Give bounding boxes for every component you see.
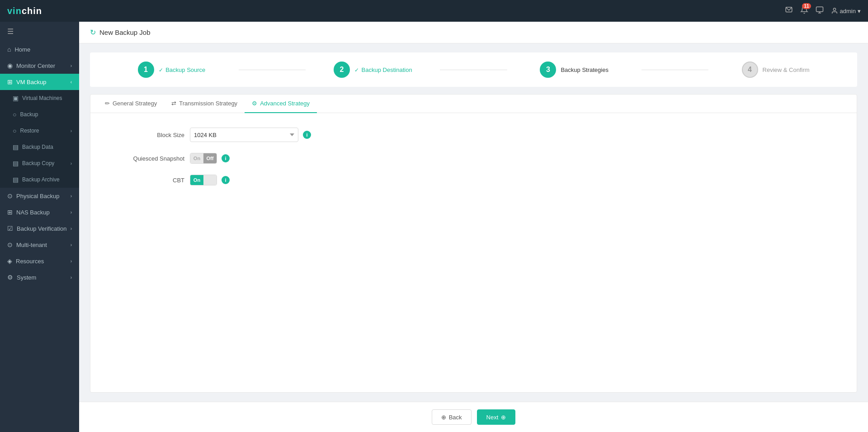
vm-backup-submenu: ▣ Virtual Machines ○ Backup ○ Restore › … bbox=[0, 90, 79, 188]
resources-label: Resources bbox=[16, 258, 44, 265]
logo: vinchin bbox=[7, 6, 42, 16]
step-3-label: Backup Strategies bbox=[561, 66, 609, 73]
sidebar-item-virtual-machines[interactable]: ▣ Virtual Machines bbox=[0, 90, 79, 106]
quiesced-snapshot-label: Quiesced Snapshot bbox=[112, 155, 184, 162]
backup-archive-label: Backup Archive bbox=[22, 176, 60, 183]
sidebar-item-backup-data[interactable]: ▤ Backup Data bbox=[0, 139, 79, 155]
nas-backup-arrow: › bbox=[71, 210, 72, 215]
physical-backup-icon: ⊙ bbox=[7, 192, 13, 199]
tab-transmission-strategy[interactable]: ⇄ Transmission Strategy bbox=[164, 95, 245, 113]
restore-icon: ○ bbox=[13, 127, 16, 134]
step-1: 1 ✓ Backup Source bbox=[104, 62, 239, 78]
restore-arrow: › bbox=[71, 128, 72, 133]
main-content: ↻ New Backup Job 1 ✓ Backup Source bbox=[79, 22, 868, 432]
stepper: 1 ✓ Backup Source 2 ✓ Backup Destination bbox=[90, 52, 857, 87]
step-1-number: 1 bbox=[144, 66, 148, 74]
block-size-row: Block Size 512 KB 1024 KB 2048 KB 4096 K… bbox=[112, 128, 835, 142]
block-size-info-icon[interactable]: i bbox=[303, 131, 311, 139]
backup-archive-icon: ▤ bbox=[13, 176, 19, 183]
divider-2 bbox=[440, 70, 507, 70]
backup-data-label: Backup Data bbox=[22, 144, 53, 150]
quiesced-snapshot-row: Quiesced Snapshot On Off i bbox=[112, 153, 835, 164]
page-title: New Backup Job bbox=[99, 28, 151, 36]
sidebar-item-backup-archive[interactable]: ▤ Backup Archive bbox=[0, 171, 79, 188]
sidebar-monitor-label: Monitor Center bbox=[16, 62, 55, 69]
resources-arrow: › bbox=[71, 259, 72, 264]
sidebar-item-backup-verification[interactable]: ☑ Backup Verification › bbox=[0, 220, 79, 237]
sidebar-item-vm-backup[interactable]: ⊞ VM Backup ‹ bbox=[0, 74, 79, 90]
sidebar-item-backup[interactable]: ○ Backup bbox=[0, 106, 79, 123]
physical-backup-label: Physical Backup bbox=[16, 193, 59, 199]
block-size-label: Block Size bbox=[112, 132, 184, 138]
hamburger-icon[interactable]: ☰ bbox=[0, 22, 79, 41]
svg-rect-1 bbox=[816, 7, 823, 12]
sidebar-item-home[interactable]: ⌂ Home bbox=[0, 41, 79, 57]
sidebar-item-monitor-center[interactable]: ◉ Monitor Center › bbox=[0, 57, 79, 74]
cbt-label: CBT bbox=[112, 177, 184, 184]
resources-icon: ◈ bbox=[7, 257, 12, 265]
back-icon: ⊕ bbox=[441, 414, 446, 421]
backup-copy-label: Backup Copy bbox=[22, 160, 54, 166]
messages-icon[interactable] bbox=[785, 6, 793, 16]
step-3-text: Backup Strategies bbox=[561, 66, 609, 73]
divider-1 bbox=[239, 70, 306, 70]
block-size-select[interactable]: 512 KB 1024 KB 2048 KB 4096 KB bbox=[190, 128, 298, 142]
system-icon: ⚙ bbox=[7, 274, 13, 281]
sidebar-item-multi-tenant[interactable]: ⊙ Multi-tenant › bbox=[0, 237, 79, 253]
quiesced-snapshot-control: On Off i bbox=[190, 153, 230, 164]
system-arrow: › bbox=[71, 275, 72, 280]
block-size-control: 512 KB 1024 KB 2048 KB 4096 KB i bbox=[190, 128, 311, 142]
step-2-text: Backup Destination bbox=[362, 66, 412, 73]
backup-verification-icon: ☑ bbox=[7, 225, 13, 232]
multi-tenant-label: Multi-tenant bbox=[16, 242, 47, 248]
page-header: ↻ New Backup Job bbox=[79, 22, 868, 43]
step-4-circle: 4 bbox=[742, 62, 758, 78]
monitor-icon[interactable] bbox=[816, 6, 824, 16]
sidebar-item-resources[interactable]: ◈ Resources › bbox=[0, 253, 79, 269]
sidebar-item-restore[interactable]: ○ Restore › bbox=[0, 123, 79, 139]
cbt-control: On i bbox=[190, 175, 230, 185]
sidebar-item-backup-copy[interactable]: ▤ Backup Copy › bbox=[0, 155, 79, 171]
tab-advanced-strategy[interactable]: ⚙ Advanced Strategy bbox=[245, 95, 317, 113]
step-2-number: 2 bbox=[340, 66, 344, 74]
logo-vin: vin bbox=[7, 6, 22, 16]
step-2-check: ✓ bbox=[354, 67, 359, 73]
quiesced-snapshot-toggle[interactable]: On Off bbox=[190, 153, 217, 164]
cbt-toggle[interactable]: On bbox=[190, 175, 217, 185]
quiesced-snapshot-info-icon[interactable]: i bbox=[222, 154, 230, 162]
footer: ⊕ Back Next ⊕ bbox=[79, 402, 868, 432]
step-2: 2 ✓ Backup Destination bbox=[306, 62, 440, 78]
transmission-strategy-icon: ⇄ bbox=[171, 100, 176, 107]
next-icon: ⊕ bbox=[501, 414, 506, 421]
divider-3 bbox=[642, 70, 708, 70]
sidebar-item-system[interactable]: ⚙ System › bbox=[0, 269, 79, 285]
virtual-machines-label: Virtual Machines bbox=[22, 95, 62, 101]
backup-label: Backup bbox=[20, 111, 38, 118]
topbar-right: 11 admin ▾ bbox=[785, 6, 861, 16]
step-4-number: 4 bbox=[748, 66, 752, 74]
step-3-circle: 3 bbox=[540, 62, 556, 78]
step-1-label: ✓ Backup Source bbox=[159, 66, 206, 73]
strategy-tabs: ✏ General Strategy ⇄ Transmission Strate… bbox=[90, 95, 857, 113]
sidebar-item-nas-backup[interactable]: ⊞ NAS Backup › bbox=[0, 204, 79, 220]
cbt-info-icon[interactable]: i bbox=[222, 176, 230, 184]
restore-label: Restore bbox=[20, 128, 39, 134]
home-icon: ⌂ bbox=[7, 46, 11, 53]
sidebar-item-physical-backup[interactable]: ⊙ Physical Backup › bbox=[0, 188, 79, 204]
next-button[interactable]: Next ⊕ bbox=[477, 409, 516, 425]
step-3: 3 Backup Strategies bbox=[507, 62, 642, 78]
user-menu[interactable]: admin ▾ bbox=[831, 7, 861, 14]
backup-verification-label: Backup Verification bbox=[17, 225, 67, 232]
back-button[interactable]: ⊕ Back bbox=[432, 409, 472, 425]
notifications-icon[interactable]: 11 bbox=[800, 6, 808, 16]
step-1-check: ✓ bbox=[159, 67, 163, 73]
next-label: Next bbox=[486, 414, 499, 421]
system-label: System bbox=[17, 274, 36, 281]
backup-data-icon: ▤ bbox=[13, 143, 19, 151]
sidebar-vm-backup-label: VM Backup bbox=[16, 79, 46, 85]
step-2-circle: 2 bbox=[334, 62, 350, 78]
cbt-off-label bbox=[203, 175, 217, 185]
step-4: 4 Review & Confirm bbox=[708, 62, 843, 78]
notification-badge: 11 bbox=[802, 3, 811, 9]
tab-general-strategy[interactable]: ✏ General Strategy bbox=[98, 95, 164, 113]
